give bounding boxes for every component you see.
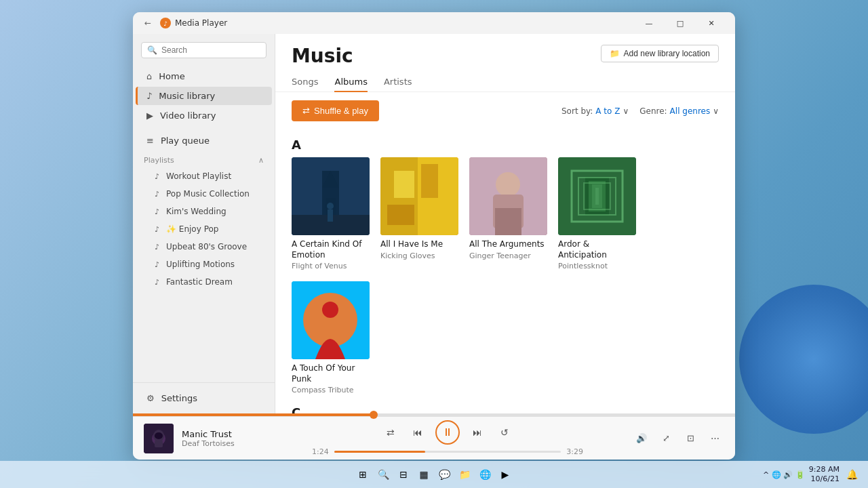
- section-letter-a: A: [292, 138, 719, 152]
- taskbar-center: ⊞ 🔍 ⊟ ▦ 💬 📁 🌐 ▶: [355, 466, 513, 483]
- close-button[interactable]: ✕: [696, 12, 727, 34]
- genre-chevron-icon: ∨: [713, 106, 719, 116]
- taskbar-system-icons: ^ 🌐 🔊 🔋: [763, 470, 805, 479]
- albums-scroll[interactable]: A: [275, 129, 735, 413]
- genre-value: All genres: [670, 106, 711, 116]
- window-title: Media Player: [175, 18, 633, 28]
- svg-point-29: [322, 302, 338, 318]
- video-icon: ▶: [146, 110, 153, 121]
- settings-icon: ⚙: [146, 393, 155, 403]
- taskbar-browser-button[interactable]: 🌐: [477, 466, 493, 483]
- tab-artists[interactable]: Artists: [384, 73, 412, 92]
- sidebar-item-play-queue[interactable]: ≡ Play queue: [136, 131, 272, 150]
- sidebar-item-video-label: Video library: [160, 110, 216, 121]
- genre-dropdown[interactable]: Genre: All genres ∨: [639, 106, 719, 116]
- time-bar[interactable]: [334, 451, 561, 453]
- more-options-button[interactable]: ⋯: [705, 429, 724, 448]
- playlists-section-header: Playlists ∧: [133, 150, 275, 167]
- svg-point-15: [496, 172, 520, 197]
- sidebar-item-home[interactable]: ⌂ Home: [136, 67, 272, 85]
- playlist-icon: ♪: [155, 278, 159, 287]
- np-track-title: Manic Trust: [182, 429, 263, 439]
- sidebar-item-settings[interactable]: ⚙ Settings: [136, 389, 272, 407]
- album-card-5[interactable]: A Touch Of Your Punk Compass Tribute: [292, 281, 370, 394]
- sidebar-item-music-library[interactable]: ♪ Music library: [136, 87, 272, 105]
- playlist-item-fantastic[interactable]: ♪ Fantastic Dream: [136, 274, 272, 290]
- tab-albums[interactable]: Albums: [334, 73, 367, 92]
- album-title-4: Ardor & Anticipation: [558, 239, 636, 260]
- svg-rect-46: [155, 441, 163, 447]
- taskbar-widgets-button[interactable]: ▦: [416, 466, 432, 483]
- progress-bar-container[interactable]: [133, 413, 735, 416]
- minimize-button[interactable]: —: [633, 12, 665, 34]
- svg-rect-18: [508, 208, 521, 235]
- app-icon: ♪: [160, 18, 171, 28]
- shuffle-label: Shuffle & play: [314, 106, 368, 116]
- playlist-label: Pop Music Collection: [166, 189, 250, 199]
- music-icon: ♪: [146, 91, 152, 101]
- playlists-label: Playlists: [144, 156, 174, 165]
- sort-chevron-icon: ∨: [623, 106, 629, 116]
- album-card-1[interactable]: A Certain Kind Of Emotion Flight of Venu…: [292, 157, 370, 270]
- maximize-button[interactable]: □: [665, 12, 696, 34]
- sort-dropdown[interactable]: Sort by: A to Z ∨: [561, 106, 629, 116]
- tab-songs[interactable]: Songs: [292, 73, 318, 92]
- sidebar-item-video-library[interactable]: ▶ Video library: [136, 106, 272, 125]
- taskbar-clock: 9:28 AM: [809, 465, 840, 474]
- playlist-item-workout[interactable]: ♪ Workout Playlist: [136, 168, 272, 184]
- control-buttons: ⇄ ⏮ ⏸ ⏭ ↺: [381, 420, 514, 445]
- section-letter-c: C: [292, 405, 719, 413]
- playlist-item-uplifting[interactable]: ♪ Uplifting Motions: [136, 256, 272, 272]
- playlists-collapse-icon[interactable]: ∧: [258, 156, 264, 165]
- progress-fill: [133, 413, 374, 416]
- playlist-label: Uplifting Motions: [166, 260, 235, 269]
- taskbar-search-button[interactable]: 🔍: [375, 466, 391, 483]
- repeat-button[interactable]: ↺: [495, 423, 514, 442]
- playlist-item-enjoy-pop[interactable]: ♪ ✨ Enjoy Pop: [136, 221, 272, 237]
- sidebar-item-home-label: Home: [159, 71, 184, 81]
- volume-button[interactable]: 🔊: [632, 429, 651, 448]
- taskbar-taskview-button[interactable]: ⊟: [395, 466, 412, 483]
- playlist-item-upbeat[interactable]: ♪ Upbeat 80's Groove: [136, 239, 272, 255]
- main-content: Music 📁 Add new library location Songs A…: [275, 34, 735, 413]
- taskbar-right: ^ 🌐 🔊 🔋 9:28 AM 10/6/21 🔔: [763, 465, 860, 485]
- mini-player-button[interactable]: ⊡: [681, 429, 700, 448]
- playlist-item-kims-wedding[interactable]: ♪ Kim's Wedding: [136, 203, 272, 220]
- back-button[interactable]: ←: [141, 16, 155, 30]
- album-art-5: [292, 281, 370, 359]
- taskbar-explorer-button[interactable]: 📁: [456, 466, 473, 483]
- add-library-button[interactable]: 📁 Add new library location: [601, 45, 719, 62]
- previous-button[interactable]: ⏮: [408, 423, 427, 442]
- fullscreen-button[interactable]: ⤢: [656, 429, 675, 448]
- playlist-item-pop-music[interactable]: ♪ Pop Music Collection: [136, 186, 272, 202]
- tabs: Songs Albums Artists: [292, 73, 719, 92]
- next-button[interactable]: ⏭: [468, 423, 487, 442]
- search-box[interactable]: 🔍: [141, 42, 267, 58]
- time-row: 1:24 3:29: [312, 447, 583, 456]
- album-card-3[interactable]: All The Arguments Ginger Teenager: [469, 157, 547, 270]
- playlist-label: ✨ Enjoy Pop: [166, 224, 218, 234]
- taskbar-chat-button[interactable]: 💬: [436, 466, 452, 483]
- player-right-controls: 🔊 ⤢ ⊡ ⋯: [632, 429, 724, 448]
- shuffle-play-button[interactable]: ⇄ Shuffle & play: [292, 100, 379, 121]
- shuffle-button[interactable]: ⇄: [381, 423, 400, 442]
- playlist-label: Fantastic Dream: [166, 277, 233, 287]
- app-body: 🔍 ⌂ Home ♪ Music library ▶ Video library…: [133, 34, 735, 413]
- content-toolbar: ⇄ Shuffle & play Sort by: A to Z ∨ Genre…: [275, 92, 735, 129]
- taskbar-date: 10/6/21: [809, 474, 840, 484]
- svg-point-45: [155, 432, 163, 439]
- pause-button[interactable]: ⏸: [435, 420, 460, 445]
- svg-text:♪: ♪: [163, 20, 167, 27]
- taskbar-notification-button[interactable]: 🔔: [844, 466, 860, 483]
- search-input[interactable]: [161, 45, 263, 55]
- taskbar-media-button[interactable]: ▶: [497, 466, 513, 483]
- taskbar-start-button[interactable]: ⊞: [355, 466, 371, 483]
- sort-controls: Sort by: A to Z ∨ Genre: All genres ∨: [561, 106, 719, 116]
- svg-rect-17: [495, 208, 509, 235]
- album-title-2: All I Have Is Me: [380, 239, 458, 250]
- svg-rect-11: [394, 171, 414, 198]
- album-art-4: [558, 157, 636, 235]
- album-card-4[interactable]: Ardor & Anticipation Pointlessknot: [558, 157, 636, 270]
- albums-grid-a: A Certain Kind Of Emotion Flight of Venu…: [292, 157, 719, 394]
- album-card-2[interactable]: All I Have Is Me Kicking Gloves: [380, 157, 458, 270]
